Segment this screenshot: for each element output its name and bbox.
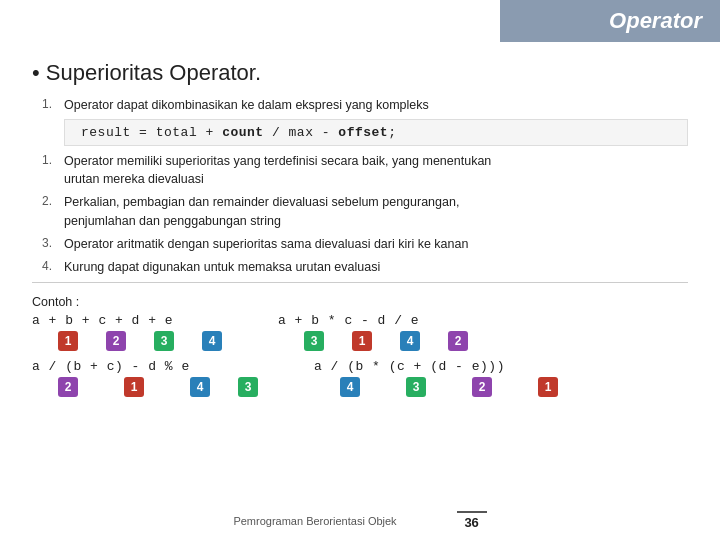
badge-4-4: 4 [340,377,360,397]
list-num-3: 3. [42,235,64,250]
list-item: 4. Kurung dapat digunakan untuk memaksa … [42,258,688,276]
list-num-4: 4. [42,258,64,273]
contoh-section: Contoh : a + b + c + d + e 1 2 3 4 [32,295,688,397]
header-title: Operator [609,8,702,34]
badge-2-3: 3 [304,331,324,351]
badge-3-2: 2 [58,377,78,397]
divider [32,282,688,283]
badge-4-2: 2 [472,377,492,397]
list-item: 1. Operator dapat dikombinasikan ke dala… [42,96,688,114]
main-list: 1. Operator dapat dikombinasikan ke dala… [42,96,688,276]
badge-1-1: 1 [58,331,78,351]
list-item: 1. Operator memiliki superioritas yang t… [42,152,688,188]
badge-2-1: 1 [352,331,372,351]
badge-3-4: 4 [190,377,210,397]
expr-nums-3: 2 1 4 3 [32,377,284,397]
main-content: • Superioritas Operator. 1. Operator dap… [0,42,720,540]
expr-code-3: a / (b + c) - d % e [32,359,190,374]
expr-block-3: a / (b + c) - d % e 2 1 4 3 [32,359,284,397]
badge-4-1: 1 [538,377,558,397]
expr-block-2: a + b * c - d / e 3 1 4 2 [278,313,494,351]
list-num-1: 1. [42,96,64,111]
code-block: result = total + count / max - offset; [64,119,688,146]
footer-page-num: 36 [457,511,487,530]
expr-code-4: a / (b * (c + (d - e))) [314,359,505,374]
footer: Pemrograman Berorientasi Objek 36 [0,511,720,530]
list-item: 2. Perkalian, pembagian dan remainder di… [42,193,688,229]
expr-code-1: a + b + c + d + e [32,313,173,328]
badge-1-2: 2 [106,331,126,351]
list-text-4: Kurung dapat digunakan untuk memaksa uru… [64,258,688,276]
badge-3-3: 3 [238,377,258,397]
header-bar: Operator [500,0,720,42]
list-text-2: Perkalian, pembagian dan remainder dieva… [64,193,688,229]
code-text: result = total + count / max - offset; [81,125,396,140]
badge-1-4: 4 [202,331,222,351]
expr-nums-1: 1 2 3 4 [32,331,248,351]
list-text-1: Operator dapat dikombinasikan ke dalam e… [64,96,688,114]
bullet-heading: • Superioritas Operator. [32,60,688,86]
expr-block-1: a + b + c + d + e 1 2 3 4 [32,313,248,351]
list-item: 3. Operator aritmatik dengan superiorita… [42,235,688,253]
contoh-label: Contoh : [32,295,688,309]
expr-row-2: a / (b + c) - d % e 2 1 4 3 a / (b [32,359,688,397]
badge-4-3: 3 [406,377,426,397]
badge-3-1: 1 [124,377,144,397]
list-num-2: 2. [42,193,64,208]
list-num-1b: 1. [42,152,64,167]
expr-code-2: a + b * c - d / e [278,313,419,328]
footer-center-text: Pemrograman Berorientasi Objek [233,515,396,527]
expr-block-4: a / (b * (c + (d - e))) 4 3 2 1 [314,359,584,397]
badge-1-3: 3 [154,331,174,351]
badge-2-4: 4 [400,331,420,351]
list-text-3: Operator aritmatik dengan superioritas s… [64,235,688,253]
expr-nums-2: 3 1 4 2 [278,331,494,351]
badge-2-2: 2 [448,331,468,351]
expr-nums-4: 4 3 2 1 [314,377,584,397]
expr-row-1: a + b + c + d + e 1 2 3 4 [32,313,688,351]
list-text-1b: Operator memiliki superioritas yang terd… [64,152,688,188]
